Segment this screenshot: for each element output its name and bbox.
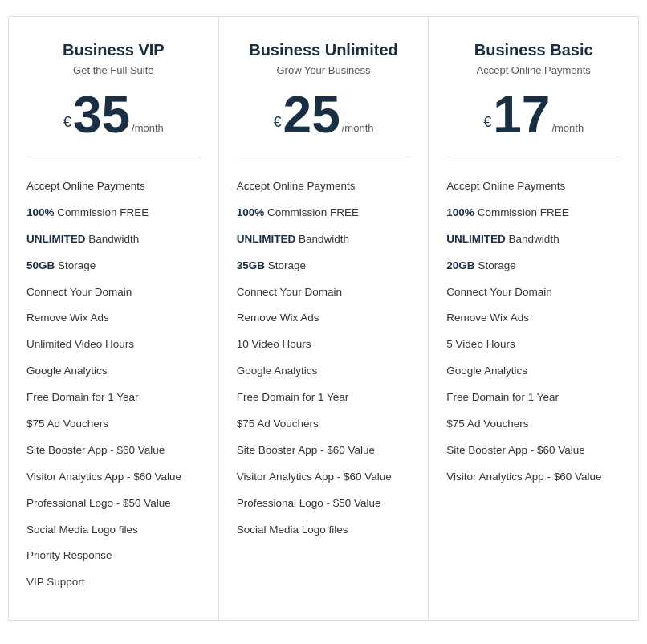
feature-item: Accept Online Payments <box>446 173 621 200</box>
feature-item: Social Media Logo files <box>26 517 201 544</box>
feature-item: 20GB Storage <box>446 253 621 279</box>
plan-name-basic: Business Basic <box>446 41 621 59</box>
feature-item: Connect Your Domain <box>446 279 621 306</box>
plan-amount-basic: 17 <box>493 89 550 141</box>
feature-item: Google Analytics <box>446 358 621 385</box>
feature-item: Site Booster App - $60 Value <box>26 438 201 464</box>
feature-item: Site Booster App - $60 Value <box>446 438 621 464</box>
plan-price-wrapper-unlimited: €25/month <box>237 89 411 141</box>
plan-name-vip: Business VIP <box>26 41 201 59</box>
plan-divider-vip <box>26 157 201 157</box>
feature-item: Remove Wix Ads <box>237 305 411 332</box>
plan-tagline-unlimited: Grow Your Business <box>237 64 411 76</box>
feature-item: Google Analytics <box>237 358 411 385</box>
plan-price-wrapper-vip: €35/month <box>26 89 201 141</box>
feature-item: Visitor Analytics App - $60 Value <box>26 464 201 491</box>
plan-period-vip: /month <box>132 122 164 134</box>
features-list-basic: Accept Online Payments100% Commission FR… <box>446 173 621 491</box>
feature-item: Unlimited Video Hours <box>26 332 201 358</box>
plan-currency-vip: € <box>63 114 71 131</box>
feature-item: UNLIMITED Bandwidth <box>26 226 201 253</box>
feature-item: Priority Response <box>26 543 201 569</box>
plan-tagline-vip: Get the Full Suite <box>26 64 201 76</box>
plan-column-unlimited: Business UnlimitedGrow Your Business€25/… <box>219 17 429 620</box>
feature-item: 5 Video Hours <box>446 332 621 358</box>
feature-item: Remove Wix Ads <box>446 305 621 332</box>
feature-item: 50GB Storage <box>26 253 201 279</box>
feature-item: Accept Online Payments <box>26 173 201 200</box>
plan-header-basic: Business BasicAccept Online Payments€17/… <box>446 41 621 141</box>
features-list-unlimited: Accept Online Payments100% Commission FR… <box>237 173 411 543</box>
feature-item: 100% Commission FREE <box>237 200 411 226</box>
plan-divider-unlimited <box>237 157 411 157</box>
plan-price-wrapper-basic: €17/month <box>446 89 621 141</box>
plan-header-vip: Business VIPGet the Full Suite€35/month <box>26 41 201 141</box>
feature-item: Remove Wix Ads <box>26 305 201 332</box>
feature-item: 35GB Storage <box>237 253 411 279</box>
feature-item: Visitor Analytics App - $60 Value <box>446 464 621 491</box>
plan-amount-vip: 35 <box>73 89 130 141</box>
feature-item: Visitor Analytics App - $60 Value <box>237 464 411 491</box>
feature-item: Connect Your Domain <box>26 279 201 306</box>
features-list-vip: Accept Online Payments100% Commission FR… <box>26 173 201 596</box>
plan-column-basic: Business BasicAccept Online Payments€17/… <box>429 17 638 620</box>
plan-currency-basic: € <box>483 114 491 131</box>
pricing-table: Business VIPGet the Full Suite€35/monthA… <box>8 16 639 621</box>
plan-column-vip: Business VIPGet the Full Suite€35/monthA… <box>9 17 219 620</box>
plan-currency-unlimited: € <box>274 114 282 131</box>
feature-item: $75 Ad Vouchers <box>237 411 411 438</box>
feature-item: Professional Logo - $50 Value <box>237 491 411 517</box>
plan-divider-basic <box>446 157 621 157</box>
feature-item: Professional Logo - $50 Value <box>26 491 201 517</box>
plan-name-unlimited: Business Unlimited <box>237 41 411 59</box>
feature-item: UNLIMITED Bandwidth <box>237 226 411 253</box>
feature-item: Connect Your Domain <box>237 279 411 306</box>
plan-tagline-basic: Accept Online Payments <box>446 64 621 76</box>
plan-period-unlimited: /month <box>342 122 374 134</box>
feature-item: Free Domain for 1 Year <box>237 385 411 411</box>
feature-item: Social Media Logo files <box>237 517 411 544</box>
feature-item: Free Domain for 1 Year <box>26 385 201 411</box>
feature-item: Accept Online Payments <box>237 173 411 200</box>
feature-item: 10 Video Hours <box>237 332 411 358</box>
feature-item: Google Analytics <box>26 358 201 385</box>
plan-header-unlimited: Business UnlimitedGrow Your Business€25/… <box>237 41 411 141</box>
feature-item: UNLIMITED Bandwidth <box>446 226 621 253</box>
feature-item: $75 Ad Vouchers <box>26 411 201 438</box>
feature-item: 100% Commission FREE <box>26 200 201 226</box>
feature-item: VIP Support <box>26 569 201 596</box>
feature-item: 100% Commission FREE <box>446 200 621 226</box>
feature-item: Site Booster App - $60 Value <box>237 438 411 464</box>
plan-period-basic: /month <box>551 122 584 134</box>
feature-item: $75 Ad Vouchers <box>446 411 621 438</box>
plan-amount-unlimited: 25 <box>283 89 340 141</box>
feature-item: Free Domain for 1 Year <box>446 385 621 411</box>
